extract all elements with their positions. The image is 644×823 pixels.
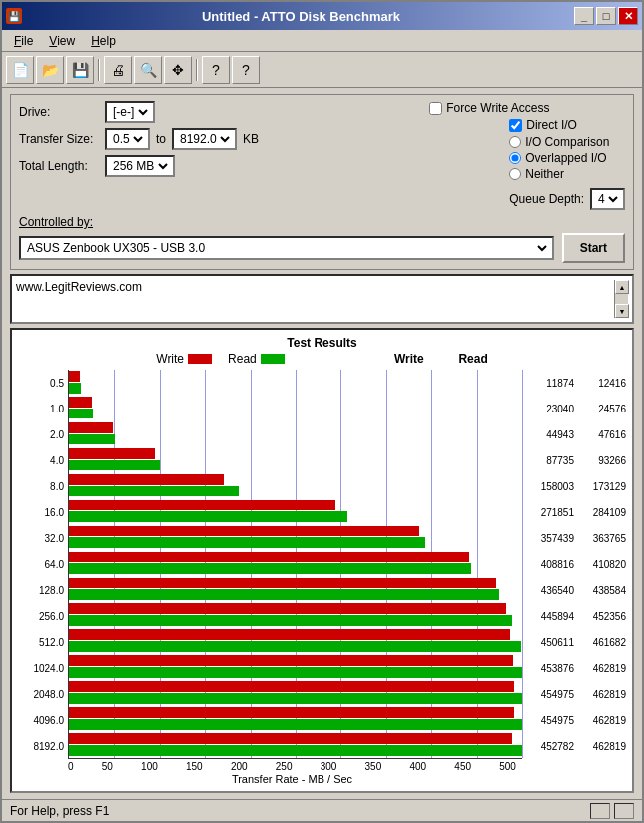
value-row: 454975462819 [526,681,626,707]
read-value: 452356 [578,611,626,622]
overlapped-io-radio[interactable] [509,152,521,164]
total-length-dropdown[interactable]: 256 MB [105,155,175,177]
read-bar [69,460,160,471]
menu-file[interactable]: File [6,32,41,50]
read-bar [69,667,522,678]
force-write-checkbox[interactable] [429,102,442,115]
write-value: 453876 [526,663,574,674]
read-value: 438584 [578,585,626,596]
value-row: 271851284109 [526,499,626,525]
start-button[interactable]: Start [562,233,625,263]
close-button[interactable]: ✕ [618,7,638,25]
y-label: 16.0 [18,499,64,525]
read-bar [69,537,425,548]
queue-depth-label: Queue Depth: [509,192,584,206]
scroll-down-button[interactable]: ▼ [615,304,629,318]
read-value: 24576 [578,404,626,414]
direct-io-label: Direct I/O [526,118,577,132]
value-row: 1187412416 [526,370,626,396]
overlapped-io-label: Overlapped I/O [525,151,606,165]
bar-row [69,551,522,577]
x-label: 250 [276,761,293,772]
controlled-by-label: Controlled by: [19,215,93,229]
bar-pair [69,422,522,446]
write-bar [69,474,224,485]
save-button[interactable]: 💾 [66,56,94,84]
controlled-by-select[interactable]: ASUS Zenbook UX305 - USB 3.0 [23,240,550,256]
log-text-area: www.LegitReviews.com ▲ ▼ [10,274,634,324]
read-value: 410820 [578,559,626,570]
x-label: 150 [186,761,203,772]
write-header: Write [376,352,424,366]
transfer-from-dropdown[interactable]: 0.5 [105,128,150,150]
queue-depth-select[interactable]: 4 [594,191,621,207]
menu-view[interactable]: View [41,32,83,50]
scroll-up-button[interactable]: ▲ [615,280,629,294]
chart-bars [68,370,522,759]
minimize-button[interactable]: _ [574,7,594,25]
x-label: 50 [102,761,113,772]
overlapped-io-row: Overlapped I/O [509,151,625,165]
bar-row [69,396,522,421]
zoom-button[interactable]: 🔍 [134,56,162,84]
bar-row [69,499,522,525]
write-legend-label: Write [156,352,184,366]
write-legend-color [188,354,212,364]
help-button[interactable]: ? [202,56,230,84]
read-bar [69,641,521,652]
bar-pair [69,603,522,627]
controlled-by-dropdown[interactable]: ASUS Zenbook UX305 - USB 3.0 [19,236,554,260]
app-icon: 💾 [6,8,22,24]
read-bar [69,615,512,626]
log-scrollbar[interactable]: ▲ ▼ [614,280,628,318]
write-value: 454975 [526,715,574,726]
y-label: 8192.0 [18,733,64,759]
write-bar [69,578,496,589]
read-bar [69,745,522,756]
new-button[interactable]: 📄 [6,56,34,84]
total-length-select[interactable]: 256 MB [109,158,171,174]
read-value: 284109 [578,507,626,518]
kb-label: KB [243,132,259,146]
open-button[interactable]: 📂 [36,56,64,84]
queue-depth-dropdown[interactable]: 4 [590,188,625,210]
read-bar [69,511,347,522]
read-value: 462819 [578,689,626,700]
write-bar [69,422,113,433]
value-row: 450611461682 [526,629,626,655]
print-button[interactable]: 🖨 [104,56,132,84]
queue-depth-row: Queue Depth: 4 [509,188,625,210]
x-label: 200 [231,761,248,772]
io-comparison-radio[interactable] [509,136,521,148]
value-row: 158003173129 [526,473,626,499]
write-value: 271851 [526,507,574,518]
toolbar: 📄 📂 💾 🖨 🔍 ✥ ? ? [2,52,642,88]
bar-pair [69,500,522,524]
about-button[interactable]: ? [232,56,260,84]
read-value: 462819 [578,741,626,752]
controls-panel: Drive: [-e-] Transfer Size: 0.5 [10,94,634,270]
read-bar [69,563,471,574]
title-controls: _ □ ✕ [574,7,638,25]
x-label: 350 [365,761,382,772]
direct-io-checkbox[interactable] [509,119,522,132]
read-legend-color [261,354,285,364]
move-button[interactable]: ✥ [164,56,192,84]
neither-radio[interactable] [509,168,521,180]
y-label: 0.5 [18,370,64,396]
log-content[interactable]: www.LegitReviews.com [16,280,614,318]
transfer-to-dropdown[interactable]: 8192.0 [172,128,237,150]
maximize-button[interactable]: □ [596,7,616,25]
bar-pair [69,629,522,653]
write-bar [69,681,514,692]
transfer-from-select[interactable]: 0.5 [109,131,146,147]
right-values: 1187412416230402457644943476168773593266… [522,370,626,759]
write-bar [69,655,513,666]
transfer-to-select[interactable]: 8192.0 [176,131,233,147]
chart-title: Test Results [18,336,626,350]
read-legend-item: Read [228,352,285,366]
drive-select[interactable]: [-e-] [109,104,151,120]
drive-dropdown[interactable]: [-e-] [105,101,155,123]
write-value: 23040 [526,404,574,414]
menu-help[interactable]: Help [83,32,124,50]
